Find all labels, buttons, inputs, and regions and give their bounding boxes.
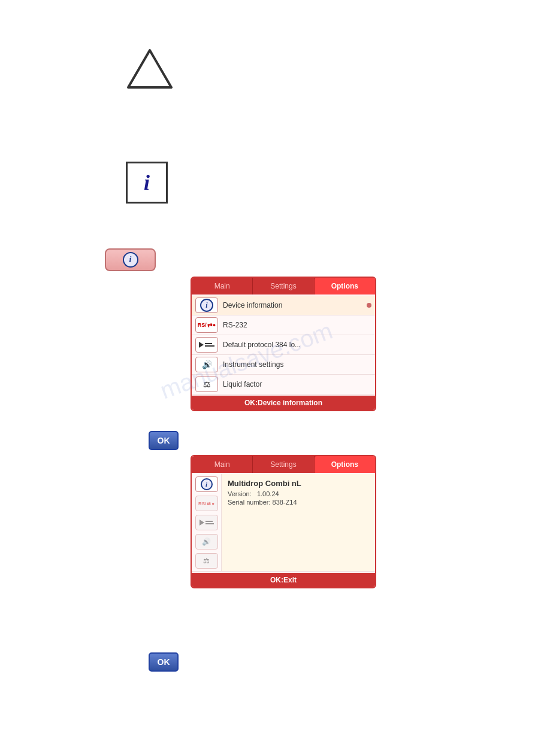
menu-item-protocol-label: Default protocol 384 lo... <box>223 341 371 349</box>
svg-marker-0 <box>128 50 171 87</box>
ok-button-1[interactable]: OK <box>149 431 179 450</box>
panel2-content-area: i RS/⇄● 🔊 ⚖ Multidrop Combi nL <box>192 474 375 572</box>
menu-item-liquid[interactable]: ⚖ Liquid factor <box>192 375 375 394</box>
tab-main-1[interactable]: Main <box>192 278 253 294</box>
panel-tabs-1: Main Settings Options <box>192 278 375 294</box>
options-panel-2: Main Settings Options i RS/⇄● 🔊 <box>191 455 376 588</box>
panel2-icon-sound: 🔊 <box>195 534 218 549</box>
panel2-icon-scale: ⚖ <box>195 553 218 569</box>
menu-item-device-info[interactable]: i Device information <box>192 296 375 315</box>
menu-item-protocol[interactable]: Default protocol 384 lo... <box>192 335 375 355</box>
panel-footer-1: OK:Device information <box>192 396 375 410</box>
panel-footer-2: OK:Exit <box>192 573 375 587</box>
rs232-icon: RS/ ⇄ ● <box>195 317 218 333</box>
panel2-icon-device[interactable]: i <box>195 476 218 492</box>
menu-item-rs232[interactable]: RS/ ⇄ ● RS-232 <box>192 315 375 335</box>
info-nav-button[interactable]: i <box>105 248 156 271</box>
tab-options-1[interactable]: Options <box>315 278 375 294</box>
menu-item-device-info-label: Device information <box>223 301 364 309</box>
tab-main-2[interactable]: Main <box>192 456 253 473</box>
serial-line: Serial number: 838-Z14 <box>228 499 369 506</box>
info-circle-icon: i <box>123 252 138 268</box>
liquid-icon: ⚖ <box>195 377 218 392</box>
warning-triangle-icon <box>126 48 174 90</box>
menu-item-instrument[interactable]: 🔊 Instrument settings <box>192 355 375 375</box>
panel-menu-1: i Device information RS/ ⇄ ● RS-232 <box>192 294 375 396</box>
version-line: Version: 1.00.24 <box>228 490 369 497</box>
panel2-icon-rs: RS/⇄● <box>195 496 218 511</box>
selected-indicator <box>367 303 371 308</box>
menu-item-liquid-label: Liquid factor <box>223 380 371 388</box>
panel-menu-2: i RS/⇄● 🔊 ⚖ Multidrop Combi nL <box>192 473 375 573</box>
device-info-content: Multidrop Combi nL Version: 1.00.24 Seri… <box>222 474 375 571</box>
menu-item-rs232-label: RS-232 <box>223 321 371 329</box>
options-panel-1: Main Settings Options i Device informati… <box>191 277 376 411</box>
ok-button-2[interactable]: OK <box>149 652 179 672</box>
menu-item-instrument-label: Instrument settings <box>223 360 371 369</box>
tab-settings-2[interactable]: Settings <box>253 456 314 473</box>
device-info-icon: i <box>195 297 218 313</box>
protocol-icon <box>195 337 218 353</box>
tab-settings-1[interactable]: Settings <box>253 278 314 294</box>
tab-options-2[interactable]: Options <box>315 456 375 473</box>
info-box-icon: i <box>126 162 168 204</box>
device-name: Multidrop Combi nL <box>228 479 369 488</box>
panel-tabs-2: Main Settings Options <box>192 456 375 473</box>
panel2-icon-proto <box>195 515 218 530</box>
instrument-icon: 🔊 <box>195 357 218 372</box>
